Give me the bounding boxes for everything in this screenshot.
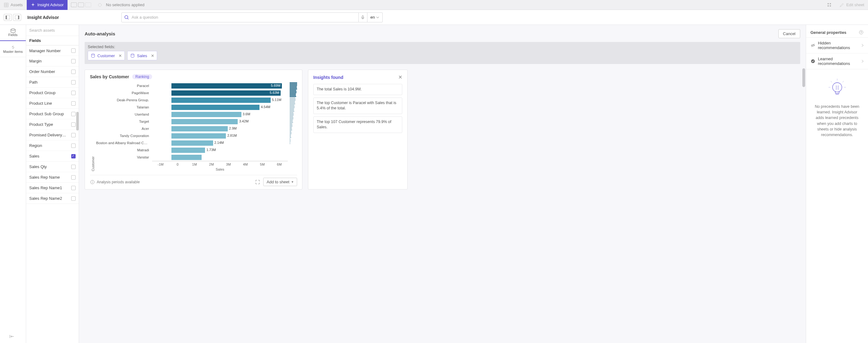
bar (172, 126, 228, 131)
field-row[interactable]: Sales Rep Name1 (26, 183, 79, 193)
hidden-recommendations-row[interactable]: Hidden recommendations (806, 38, 868, 54)
center-scrollbar[interactable] (802, 68, 805, 87)
field-row[interactable]: Sales (26, 151, 79, 162)
bar-row[interactable]: Deak-Perera Group.5.11M (96, 97, 288, 103)
field-row[interactable]: Path (26, 77, 79, 88)
chart-minimap[interactable] (290, 82, 297, 171)
field-row[interactable]: Product Sub Group (26, 109, 79, 119)
insight-item[interactable]: The total Sales is 104.9M. (313, 84, 402, 95)
field-checkbox[interactable] (71, 48, 75, 53)
bar-row[interactable]: Tandy Corporation2.81M (96, 132, 288, 139)
field-checkbox[interactable] (71, 70, 75, 74)
edit-sheet-button[interactable]: Edit sheet (836, 2, 868, 7)
caret-down-icon (291, 181, 294, 183)
field-checkbox[interactable] (71, 133, 75, 137)
bar-row[interactable]: Talarian4.54M (96, 104, 288, 111)
bar-category: Paracel (96, 84, 152, 88)
grid-button[interactable] (823, 2, 836, 7)
field-row[interactable]: Manager Number (26, 45, 79, 56)
field-checkbox[interactable] (71, 112, 75, 116)
selection-state: No selections applied (94, 2, 148, 7)
field-checkbox[interactable] (71, 123, 75, 127)
general-properties-header[interactable]: General properties ? (806, 27, 868, 38)
field-row[interactable]: Product Type (26, 119, 79, 130)
lightbulb-icon (828, 79, 847, 98)
bar-row[interactable]: Acer2.9M (96, 125, 288, 132)
field-row[interactable]: Product Line (26, 98, 79, 109)
field-checkbox[interactable] (71, 80, 75, 84)
center-area: Auto-analysis Cancel Selected fields: Cu… (79, 25, 806, 343)
grid-icon (827, 2, 832, 7)
svg-point-22 (92, 181, 93, 181)
field-checkbox[interactable] (71, 196, 75, 201)
field-label: Promised Delivery D... (29, 133, 67, 137)
field-row[interactable]: Margin (26, 56, 79, 67)
ask-question-box[interactable] (121, 12, 359, 22)
field-checkbox[interactable] (71, 59, 75, 63)
field-checkbox[interactable] (71, 165, 75, 169)
bar-value: 3.6M (243, 112, 250, 116)
x-tick: 3M (220, 161, 237, 166)
field-row[interactable]: Order Number (26, 67, 79, 77)
field-label: Sales Rep Name1 (29, 185, 62, 190)
mic-button[interactable] (359, 12, 367, 22)
selected-token[interactable]: Customer✕ (88, 51, 125, 60)
field-checkbox[interactable] (71, 91, 75, 95)
field-checkbox[interactable] (71, 143, 75, 148)
field-checkbox[interactable] (71, 101, 75, 106)
selected-token[interactable]: Sales✕ (127, 51, 157, 60)
remove-token-icon[interactable]: ✕ (119, 54, 122, 58)
gp-label: General properties (810, 30, 846, 35)
bar-row[interactable]: Vanstar (96, 154, 288, 161)
field-label: Product Sub Group (29, 111, 64, 116)
rail-fields[interactable]: Fields (0, 25, 26, 41)
left-panel-toggle[interactable] (4, 14, 12, 21)
add-to-sheet-button[interactable]: Add to sheet (263, 178, 297, 186)
cancel-button[interactable]: Cancel (778, 29, 800, 38)
field-row[interactable]: Sales Rep Name (26, 172, 79, 183)
language-select[interactable]: en (367, 12, 383, 22)
field-checkbox[interactable] (71, 154, 75, 159)
selection-tool-1-icon[interactable] (71, 2, 77, 7)
bar-row[interactable]: PageWave5.63M (96, 90, 288, 96)
fields-search-input[interactable] (26, 25, 79, 36)
insight-advisor-button[interactable]: Insight Advisor (27, 0, 68, 10)
bar-row[interactable]: Target3.42M (96, 118, 288, 125)
rail-master-items[interactable]: Master items (0, 41, 26, 57)
question-input[interactable] (129, 15, 356, 20)
learned-recommendations-row[interactable]: Learned recommendations (806, 54, 868, 69)
field-checkbox[interactable] (71, 186, 75, 190)
fields-scrollbar[interactable] (76, 112, 79, 131)
add-to-sheet-label: Add to sheet (267, 179, 289, 184)
insight-item[interactable]: The top 107 Customer represents 79.9% of… (313, 116, 402, 133)
fullscreen-icon[interactable] (255, 179, 260, 184)
field-row[interactable]: Product Group (26, 88, 79, 98)
right-panel-toggle[interactable] (13, 14, 21, 21)
bar-row[interactable]: Matradi1.73M (96, 147, 288, 153)
field-row[interactable]: Sales Rep Name2 (26, 193, 79, 204)
bar (172, 155, 202, 160)
bar (172, 140, 213, 146)
bar (172, 98, 270, 103)
field-label: Product Type (29, 122, 53, 127)
field-row[interactable]: Sales Qty (26, 162, 79, 172)
bar-row[interactable]: Paracel5.69M (96, 82, 288, 89)
field-checkbox[interactable] (71, 175, 75, 179)
svg-rect-11 (18, 15, 19, 19)
collapse-rail[interactable] (9, 335, 14, 339)
insight-item[interactable]: The top Customer is Paracel with Sales t… (313, 98, 402, 114)
field-row[interactable]: Promised Delivery D... (26, 130, 79, 140)
remove-token-icon[interactable]: ✕ (151, 54, 154, 58)
hidden-rec-label: Hidden recommendations (818, 41, 859, 50)
svg-rect-9 (6, 15, 7, 19)
selection-tool-2-icon[interactable] (78, 2, 84, 7)
svg-rect-6 (828, 5, 829, 6)
field-row[interactable]: Region (26, 140, 79, 151)
assets-button[interactable]: Assets (0, 0, 27, 10)
close-icon[interactable]: ✕ (398, 74, 402, 80)
help-icon[interactable]: ? (859, 30, 864, 35)
bar-row[interactable]: Userland3.6M (96, 111, 288, 118)
check-circle-icon (810, 59, 815, 64)
bar-row[interactable]: Boston and Albany Railroad Company2.14M (96, 139, 288, 146)
field-icon (130, 53, 135, 58)
